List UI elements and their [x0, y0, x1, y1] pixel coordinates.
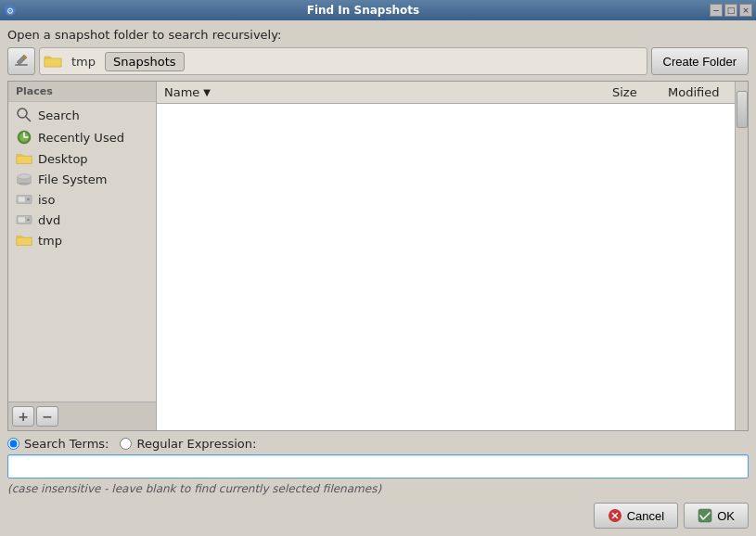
svg-point-12	[27, 198, 30, 201]
edit-icon	[13, 53, 30, 70]
breadcrumb-tmp[interactable]: tmp	[64, 53, 103, 70]
search-input[interactable]	[7, 454, 749, 479]
cancel-button[interactable]: Cancel	[594, 503, 678, 529]
maximize-button[interactable]: □	[724, 4, 737, 17]
sidebar: Places Search Rec	[8, 82, 157, 430]
breadcrumb: tmp Snapshots	[39, 47, 647, 75]
tmp-folder-icon	[16, 233, 32, 248]
regex-option[interactable]: Regular Expression:	[120, 437, 256, 451]
file-list: Name ▼ Size Modified	[157, 82, 735, 430]
regex-radio[interactable]	[120, 438, 132, 450]
content-area: Places Search Rec	[7, 81, 749, 431]
regex-label: Regular Expression:	[136, 437, 256, 451]
sidebar-item-filesystem[interactable]: File System	[8, 169, 156, 189]
filesystem-icon	[16, 172, 32, 186]
svg-point-9	[18, 174, 31, 179]
sidebar-item-dvd-label: dvd	[38, 213, 60, 227]
svg-point-15	[27, 219, 30, 222]
breadcrumb-snapshots[interactable]: Snapshots	[105, 52, 185, 71]
window-controls: − □ ×	[710, 4, 752, 17]
sidebar-item-tmp[interactable]: tmp	[8, 230, 156, 250]
sidebar-item-recently-used-label: Recently Used	[38, 131, 124, 145]
sidebar-items: Search Recently Used	[8, 102, 156, 402]
dialog-buttons: Cancel OK	[7, 503, 749, 529]
sidebar-item-search[interactable]: Search	[8, 104, 156, 126]
search-terms-radio[interactable]	[7, 438, 19, 450]
folder-icon	[44, 54, 62, 69]
sidebar-item-desktop[interactable]: Desktop	[8, 148, 156, 169]
svg-rect-2	[15, 64, 28, 66]
search-icon	[16, 107, 32, 123]
svg-rect-14	[19, 217, 25, 222]
scrollbar-thumb[interactable]	[737, 91, 748, 128]
sidebar-places-header: Places	[8, 82, 156, 102]
main-window: Open a snapshot folder to search recursi…	[0, 20, 756, 536]
iso-drive-icon	[16, 192, 32, 207]
scrollbar[interactable]	[735, 82, 748, 430]
bottom-area: Search Terms: Regular Expression: (case …	[7, 437, 749, 529]
minimize-button[interactable]: −	[710, 4, 723, 17]
recently-used-icon	[16, 129, 32, 146]
add-location-button[interactable]: +	[12, 406, 34, 427]
cancel-icon	[608, 508, 622, 523]
titlebar: ⚙ Find In Snapshots − □ ×	[0, 0, 756, 20]
sidebar-item-iso-label: iso	[38, 193, 55, 207]
dvd-drive-icon	[16, 212, 32, 227]
close-button[interactable]: ×	[739, 4, 752, 17]
sidebar-item-desktop-label: Desktop	[38, 152, 88, 166]
desktop-folder-icon	[16, 151, 32, 166]
search-terms-label: Search Terms:	[24, 437, 109, 451]
toolbar: tmp Snapshots Create Folder	[7, 47, 749, 75]
col-size[interactable]: Size	[605, 83, 660, 101]
svg-text:⚙: ⚙	[6, 6, 14, 16]
sidebar-item-tmp-label: tmp	[38, 234, 62, 248]
sidebar-item-recently-used[interactable]: Recently Used	[8, 126, 156, 148]
ok-icon	[698, 508, 712, 523]
file-list-header: Name ▼ Size Modified	[157, 82, 735, 104]
col-name[interactable]: Name ▼	[157, 83, 605, 101]
instruction-text: Open a snapshot folder to search recursi…	[7, 28, 749, 42]
sidebar-actions: + −	[8, 402, 156, 430]
sidebar-item-dvd[interactable]: dvd	[8, 210, 156, 230]
ok-button[interactable]: OK	[684, 503, 749, 529]
sort-icon: ▼	[203, 87, 211, 97]
sidebar-item-search-label: Search	[38, 108, 80, 122]
file-list-body	[157, 104, 735, 430]
search-options: Search Terms: Regular Expression:	[7, 437, 749, 451]
sidebar-item-filesystem-label: File System	[38, 172, 107, 186]
create-folder-button[interactable]: Create Folder	[651, 47, 749, 75]
remove-location-button[interactable]: −	[36, 406, 58, 427]
window-title: Find In Snapshots	[17, 4, 710, 17]
sidebar-item-iso[interactable]: iso	[8, 189, 156, 210]
svg-rect-11	[19, 197, 25, 201]
edit-location-button[interactable]	[7, 47, 35, 75]
col-modified[interactable]: Modified	[660, 83, 735, 101]
svg-point-3	[18, 108, 27, 118]
app-icon: ⚙	[4, 4, 17, 17]
search-terms-option[interactable]: Search Terms:	[7, 437, 109, 451]
svg-line-4	[26, 117, 31, 121]
search-hint: (case insensitive - leave blank to find …	[7, 482, 749, 495]
